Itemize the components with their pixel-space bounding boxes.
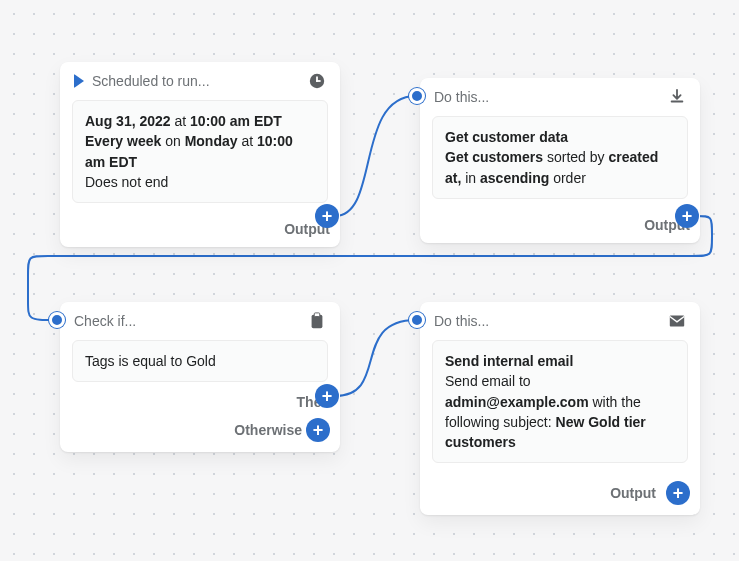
connector-dot bbox=[409, 312, 425, 328]
action-body: Get customer data Get customers sorted b… bbox=[432, 116, 688, 199]
action-card[interactable]: Do this... Send internal email Send emai… bbox=[420, 302, 700, 515]
card-header: Scheduled to run... bbox=[60, 62, 340, 96]
add-step-button[interactable]: + bbox=[315, 204, 339, 228]
clock-icon bbox=[308, 72, 326, 90]
svg-rect-4 bbox=[314, 313, 319, 317]
card-header-title: Do this... bbox=[434, 313, 668, 329]
mail-icon bbox=[668, 312, 686, 330]
card-header: Check if... bbox=[60, 302, 340, 336]
condition-body: Tags is equal to Gold bbox=[72, 340, 328, 382]
download-icon bbox=[668, 88, 686, 106]
card-header: Do this... bbox=[420, 78, 700, 112]
output-label: Output bbox=[610, 485, 656, 501]
add-step-button[interactable]: + bbox=[675, 204, 699, 228]
output-row: Output bbox=[420, 211, 700, 243]
clipboard-icon bbox=[308, 312, 326, 330]
card-header-title: Check if... bbox=[74, 313, 308, 329]
card-header-title: Do this... bbox=[434, 89, 668, 105]
card-header: Do this... bbox=[420, 302, 700, 336]
otherwise-label: Otherwise bbox=[234, 422, 302, 438]
connector-dot bbox=[49, 312, 65, 328]
start-marker-icon bbox=[74, 74, 84, 88]
output-row: Output bbox=[60, 215, 340, 247]
trigger-body: Aug 31, 2022 at 10:00 am EDT Every week … bbox=[72, 100, 328, 203]
add-step-button[interactable]: + bbox=[666, 481, 690, 505]
branches: Then Otherwise + bbox=[60, 394, 340, 452]
action-card[interactable]: Do this... Get customer data Get custome… bbox=[420, 78, 700, 243]
svg-rect-5 bbox=[670, 316, 684, 327]
svg-rect-2 bbox=[316, 80, 321, 82]
card-header-title: Scheduled to run... bbox=[92, 73, 308, 89]
output-row: Output + bbox=[420, 475, 700, 515]
trigger-card[interactable]: Scheduled to run... Aug 31, 2022 at 10:0… bbox=[60, 62, 340, 247]
condition-card[interactable]: Check if... Tags is equal to Gold Then O… bbox=[60, 302, 340, 452]
connector-dot bbox=[409, 88, 425, 104]
action-body: Send internal email Send email to admin@… bbox=[432, 340, 688, 463]
add-otherwise-button[interactable]: + bbox=[306, 418, 330, 442]
add-then-button[interactable]: + bbox=[315, 384, 339, 408]
